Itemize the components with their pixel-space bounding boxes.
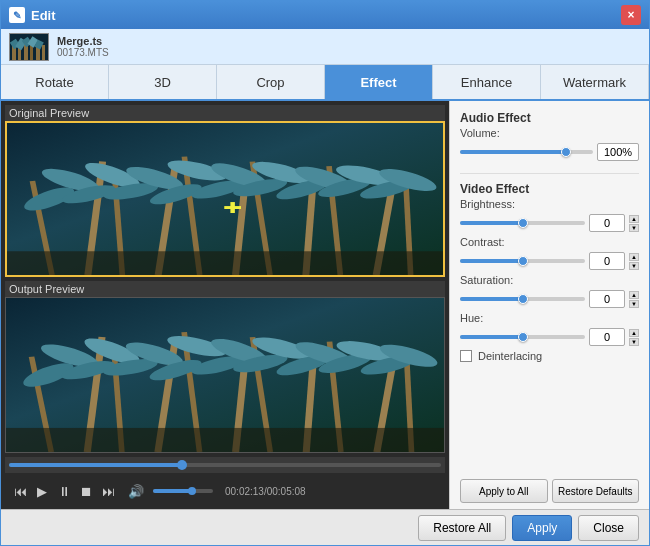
tab-watermark[interactable]: Watermark: [541, 65, 649, 99]
volume-track[interactable]: [460, 150, 593, 154]
progress-track[interactable]: [9, 463, 441, 467]
brightness-up[interactable]: ▲: [629, 215, 639, 223]
close-button[interactable]: Close: [578, 515, 639, 541]
saturation-down[interactable]: ▼: [629, 300, 639, 308]
bottom-bar: Restore All Apply Close: [1, 509, 649, 545]
hue-label: Hue:: [460, 312, 520, 324]
deinterlacing-label: Deinterlacing: [478, 350, 542, 362]
tab-enhance[interactable]: Enhance: [433, 65, 541, 99]
right-panel: Audio Effect Volume: Video Effect: [449, 101, 649, 509]
volume-row: Volume:: [460, 127, 639, 139]
volume-value[interactable]: [597, 143, 639, 161]
hue-up[interactable]: ▲: [629, 329, 639, 337]
original-preview: ✚: [5, 121, 445, 277]
saturation-thumb[interactable]: [518, 294, 528, 304]
volume-slider-thumb[interactable]: [561, 147, 571, 157]
brightness-label-row: Brightness:: [460, 198, 639, 210]
brightness-spinner: ▲ ▼: [629, 215, 639, 232]
contrast-thumb[interactable]: [518, 256, 528, 266]
saturation-up[interactable]: ▲: [629, 291, 639, 299]
video-effect-title: Video Effect: [460, 182, 639, 196]
window-title: Edit: [31, 8, 621, 23]
skip-back-button[interactable]: ⏮: [11, 482, 29, 500]
contrast-value[interactable]: [589, 252, 625, 270]
hue-slider-row: ▲ ▼: [460, 328, 639, 346]
volume-slider-row: [460, 143, 639, 161]
volume-label: Volume:: [460, 127, 520, 139]
tab-3d[interactable]: 3D: [109, 65, 217, 99]
restore-all-button[interactable]: Restore All: [418, 515, 506, 541]
original-preview-label: Original Preview: [5, 105, 445, 121]
volume-icon: 🔊: [127, 482, 145, 500]
section-divider-1: [460, 173, 639, 174]
close-window-button[interactable]: ×: [621, 5, 641, 25]
svg-marker-10: [30, 40, 36, 44]
svg-text:✚: ✚: [223, 200, 242, 217]
title-bar: ✎ Edit ×: [1, 1, 649, 29]
file-info: Merge.ts 00173.MTS: [57, 35, 109, 58]
hue-thumb[interactable]: [518, 332, 528, 342]
right-actions: Apply to All Restore Defaults: [460, 479, 639, 503]
progress-bar-container: [5, 457, 445, 473]
contrast-fill: [460, 259, 523, 263]
saturation-label-row: Saturation:: [460, 274, 639, 286]
play-button[interactable]: ▶: [33, 482, 51, 500]
volume-thumb[interactable]: [188, 487, 196, 495]
deinterlacing-checkbox[interactable]: [460, 350, 472, 362]
contrast-label-row: Contrast:: [460, 236, 639, 248]
hue-label-row: Hue:: [460, 312, 639, 324]
main-window: ✎ Edit × Merge.ts 00173.MTS: [0, 0, 650, 546]
stop-button[interactable]: ⏹: [77, 482, 95, 500]
brightness-fill: [460, 221, 523, 225]
svg-rect-42: [7, 251, 443, 275]
progress-thumb[interactable]: [177, 460, 187, 470]
hue-track[interactable]: [460, 335, 585, 339]
contrast-up[interactable]: ▲: [629, 253, 639, 261]
controls-bar: ⏮ ▶ ⏸ ⏹ ⏭ 🔊 00:02:13/00:05:08: [5, 477, 445, 505]
tab-rotate[interactable]: Rotate: [1, 65, 109, 99]
left-panel: Original Preview: [1, 101, 449, 509]
apply-button[interactable]: Apply: [512, 515, 572, 541]
time-display: 00:02:13/00:05:08: [225, 486, 306, 497]
tab-effect[interactable]: Effect: [325, 65, 433, 99]
saturation-value[interactable]: [589, 290, 625, 308]
brightness-thumb[interactable]: [518, 218, 528, 228]
hue-spinner: ▲ ▼: [629, 329, 639, 346]
saturation-fill: [460, 297, 523, 301]
pause-button[interactable]: ⏸: [55, 482, 73, 500]
contrast-down[interactable]: ▼: [629, 262, 639, 270]
brightness-value[interactable]: [589, 214, 625, 232]
progress-fill: [9, 463, 182, 467]
app-icon: ✎: [9, 7, 25, 23]
file-bar: Merge.ts 00173.MTS: [1, 29, 649, 65]
hue-value[interactable]: [589, 328, 625, 346]
volume-slider[interactable]: [153, 489, 213, 493]
volume-fill: [153, 489, 192, 493]
hue-down[interactable]: ▼: [629, 338, 639, 346]
saturation-spinner: ▲ ▼: [629, 291, 639, 308]
contrast-track[interactable]: [460, 259, 585, 263]
restore-defaults-button[interactable]: Restore Defaults: [552, 479, 640, 503]
file-thumbnail: [9, 33, 49, 61]
skip-forward-button[interactable]: ⏭: [99, 482, 117, 500]
tab-bar: Rotate 3D Crop Effect Enhance Watermark: [1, 65, 649, 101]
saturation-slider-row: ▲ ▼: [460, 290, 639, 308]
brightness-down[interactable]: ▼: [629, 224, 639, 232]
main-content: Original Preview: [1, 101, 649, 509]
tab-crop[interactable]: Crop: [217, 65, 325, 99]
contrast-slider-row: ▲ ▼: [460, 252, 639, 270]
saturation-track[interactable]: [460, 297, 585, 301]
output-preview-label: Output Preview: [5, 281, 445, 297]
brightness-label: Brightness:: [460, 198, 520, 210]
apply-to-all-button[interactable]: Apply to All: [460, 479, 548, 503]
svg-rect-6: [42, 45, 45, 60]
deinterlacing-row: Deinterlacing: [460, 350, 639, 362]
file-subtitle: 00173.MTS: [57, 47, 109, 58]
contrast-label: Contrast:: [460, 236, 520, 248]
video-effect-section: Video Effect Brightness: ▲ ▼: [460, 182, 639, 362]
svg-rect-74: [6, 428, 444, 452]
brightness-track[interactable]: [460, 221, 585, 225]
saturation-label: Saturation:: [460, 274, 520, 286]
brightness-slider-row: ▲ ▼: [460, 214, 639, 232]
output-preview: [5, 297, 445, 453]
